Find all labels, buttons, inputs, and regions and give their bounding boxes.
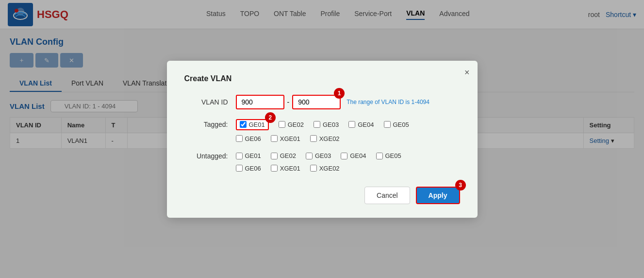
step-badge-3: 3 bbox=[455, 180, 466, 191]
untagged-xge02-label: XGE02 bbox=[319, 165, 340, 172]
tagged-ge06-checkbox[interactable] bbox=[236, 135, 243, 142]
tagged-ge05-label: GE05 bbox=[393, 121, 409, 128]
untagged-ge05-item: GE05 bbox=[376, 152, 401, 159]
tagged-ge06-item: GE06 bbox=[236, 135, 261, 142]
vlan-range-hint: The range of VLAN ID is 1-4094 bbox=[347, 99, 429, 105]
untagged-ge04-label: GE04 bbox=[350, 152, 366, 159]
tagged-ge06-label: GE06 bbox=[245, 135, 261, 142]
untagged-ge02-label: GE02 bbox=[280, 152, 296, 159]
tagged-xge02-checkbox[interactable] bbox=[310, 135, 317, 142]
tagged-ge03-checkbox[interactable] bbox=[314, 121, 320, 128]
tagged-ge04-label: GE04 bbox=[358, 121, 374, 128]
untagged-xge02-checkbox[interactable] bbox=[310, 165, 317, 172]
untagged-ge04-checkbox[interactable] bbox=[341, 153, 347, 159]
untagged-ge01-item: GE01 bbox=[236, 152, 261, 159]
tagged-ge02-label: GE02 bbox=[288, 121, 304, 128]
tagged-checkbox-group-2: GE06 XGE01 XGE02 bbox=[236, 135, 460, 142]
tagged-ge01-checkbox[interactable] bbox=[240, 121, 247, 128]
untagged-xge01-checkbox[interactable] bbox=[271, 165, 278, 172]
vlan-id-from-input[interactable] bbox=[236, 95, 284, 109]
cancel-button[interactable]: Cancel bbox=[364, 187, 410, 204]
untagged-ge01-label: GE01 bbox=[245, 152, 261, 159]
tagged-xge01-checkbox[interactable] bbox=[271, 135, 278, 142]
tagged-xge01-label: XGE01 bbox=[280, 135, 300, 142]
untagged-checkbox-group: GE01 GE02 GE03 GE04 GE05 bbox=[236, 152, 460, 159]
create-vlan-dialog: Create VLAN × VLAN ID - 1 The range of V… bbox=[167, 61, 478, 218]
tagged-ge01-item: GE01 2 bbox=[236, 119, 269, 130]
vlan-id-label: VLAN ID bbox=[184, 98, 228, 106]
tagged-ge05-item: GE05 bbox=[384, 119, 409, 130]
tagged-ge04-checkbox[interactable] bbox=[348, 121, 355, 128]
tagged-ge03-item: GE03 bbox=[314, 119, 339, 130]
untagged-ge04-item: GE04 bbox=[341, 152, 366, 159]
untagged-ge02-checkbox[interactable] bbox=[271, 153, 278, 159]
step-badge-2: 2 bbox=[265, 112, 276, 123]
tagged-checkbox-group: GE01 2 GE02 GE03 GE04 GE05 bbox=[236, 119, 460, 130]
tagged-ge02-checkbox[interactable] bbox=[279, 121, 285, 128]
untagged-ge06-checkbox[interactable] bbox=[236, 165, 243, 172]
untagged-xge02-item: XGE02 bbox=[310, 165, 340, 172]
untagged-ge06-label: GE06 bbox=[245, 165, 261, 172]
untagged-ge03-label: GE03 bbox=[315, 152, 331, 159]
dialog-close-button[interactable]: × bbox=[464, 68, 470, 78]
untagged-ge05-label: GE05 bbox=[385, 152, 401, 159]
tagged-row: Tagged: GE01 2 GE02 GE03 GE04 bbox=[184, 119, 460, 130]
untagged-xge01-item: XGE01 bbox=[271, 165, 300, 172]
tagged-ge01-label: GE01 bbox=[249, 121, 265, 128]
vlan-id-separator: - bbox=[287, 98, 290, 106]
untagged-label: Untagged: bbox=[184, 152, 228, 160]
untagged-ge05-checkbox[interactable] bbox=[376, 153, 383, 159]
tagged-ge05-checkbox[interactable] bbox=[384, 121, 391, 128]
untagged-ge01-checkbox[interactable] bbox=[236, 153, 243, 159]
overlay: Create VLAN × VLAN ID - 1 The range of V… bbox=[0, 0, 644, 278]
untagged-ge02-item: GE02 bbox=[271, 152, 296, 159]
dialog-title: Create VLAN bbox=[184, 74, 460, 83]
vlan-id-row: VLAN ID - 1 The range of VLAN ID is 1-40… bbox=[184, 95, 460, 109]
untagged-checkbox-group-2: GE06 XGE01 XGE02 bbox=[236, 165, 460, 172]
tagged-ge02-item: GE02 bbox=[279, 119, 304, 130]
tagged-ge04-item: GE04 bbox=[348, 119, 374, 130]
tagged-xge01-item: XGE01 bbox=[271, 135, 300, 142]
untagged-xge01-label: XGE01 bbox=[280, 165, 300, 172]
tagged-row-2: GE06 XGE01 XGE02 bbox=[184, 135, 460, 142]
untagged-ge03-checkbox[interactable] bbox=[306, 153, 313, 159]
untagged-ge03-item: GE03 bbox=[306, 152, 331, 159]
dialog-footer: Cancel Apply 3 bbox=[184, 187, 460, 204]
step-badge-1: 1 bbox=[334, 88, 345, 99]
untagged-ge06-item: GE06 bbox=[236, 165, 261, 172]
tagged-xge02-item: XGE02 bbox=[310, 135, 340, 142]
untagged-row: Untagged: GE01 GE02 GE03 GE04 bbox=[184, 152, 460, 160]
vlan-id-group: - 1 bbox=[236, 95, 341, 109]
tagged-xge02-label: XGE02 bbox=[319, 135, 340, 142]
tagged-ge03-label: GE03 bbox=[323, 121, 339, 128]
untagged-row-2: GE06 XGE01 XGE02 bbox=[184, 165, 460, 172]
tagged-label: Tagged: bbox=[184, 121, 228, 128]
vlan-id-to-input[interactable] bbox=[292, 95, 341, 109]
apply-button[interactable]: Apply bbox=[416, 187, 460, 204]
